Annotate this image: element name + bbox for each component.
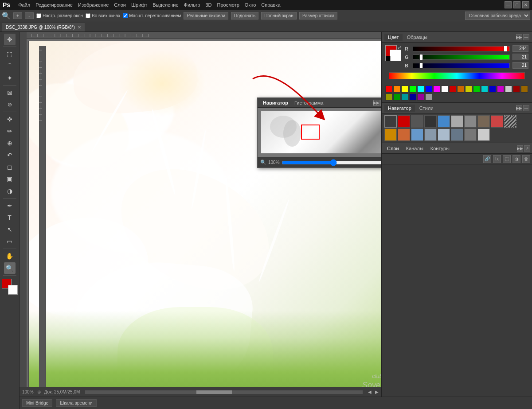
doc-info-icon[interactable]: ⊕ — [37, 390, 41, 394]
color-swatch[interactable] — [385, 93, 392, 101]
b-thumb[interactable] — [419, 62, 423, 69]
canvas[interactable]: club Sovet — [28, 41, 381, 387]
layer-delete-icon[interactable]: 🗑 — [522, 155, 530, 163]
style-mid-gray[interactable] — [464, 115, 477, 128]
menu-file[interactable]: Файл — [18, 2, 30, 8]
menu-font[interactable]: Шрифт — [131, 2, 147, 8]
fit-all-checkbox[interactable]: Во всех окнах — [86, 13, 120, 18]
shape-tool[interactable]: ▭ — [4, 236, 16, 247]
color-swatch[interactable] — [433, 86, 440, 93]
foreground-background-colors[interactable] — [2, 279, 18, 295]
color-swatch[interactable] — [425, 86, 432, 93]
color-swatch[interactable] — [401, 93, 408, 101]
layers-tab[interactable]: Слои — [383, 145, 403, 152]
layers-menu-icon[interactable]: ▶▶ — [517, 145, 523, 152]
background-color-preview[interactable] — [390, 50, 401, 61]
paths-tab[interactable]: Контуры — [427, 145, 453, 152]
close-button[interactable]: ✕ — [522, 1, 529, 8]
mini-bridge-tab[interactable]: Mini Bridge — [22, 399, 52, 407]
eyedropper-tool[interactable]: ⊘ — [4, 99, 16, 110]
layer-mask-icon[interactable]: ⬚ — [503, 155, 511, 163]
full-screen-button[interactable]: Полный экран — [261, 12, 297, 19]
style-gray2[interactable] — [464, 129, 477, 141]
color-swatch[interactable] — [409, 93, 416, 101]
color-spectrum[interactable] — [389, 72, 525, 79]
color-swatch[interactable] — [393, 86, 400, 93]
color-swatch[interactable] — [425, 93, 432, 101]
zoom-out-icon[interactable]: 🔍 — [260, 160, 266, 165]
color-tab[interactable]: Цвет — [384, 34, 403, 41]
color-swatch[interactable] — [465, 86, 472, 93]
canvas-scroll-area[interactable]: club Sovet Навигатор Гистограмма — [27, 39, 381, 387]
color-swatch[interactable] — [497, 86, 504, 93]
clone-tool[interactable]: ⊕ — [4, 137, 16, 149]
color-swatch[interactable] — [409, 86, 416, 93]
layers-expand-icon[interactable]: ↗ — [524, 145, 530, 152]
panel-close-btn[interactable]: — — [380, 100, 381, 106]
swatches-tab[interactable]: Образцы — [403, 34, 431, 41]
brush-tool[interactable]: ✏ — [4, 125, 16, 137]
style-brown[interactable] — [477, 115, 490, 128]
style-dark-blue[interactable] — [451, 129, 463, 141]
pen-tool[interactable]: ✒ — [4, 200, 16, 211]
maximize-button[interactable]: □ — [513, 1, 520, 8]
actual-pixels-button[interactable]: Реальные пиксели — [184, 12, 228, 19]
menu-select[interactable]: Выделение — [153, 2, 178, 8]
move-tool[interactable]: ✥ — [4, 34, 16, 45]
menu-bar[interactable]: Файл Редактирование Изображение Слои Шри… — [18, 2, 280, 8]
b-slider[interactable] — [413, 63, 510, 68]
fit-window-checkbox[interactable]: Настр. размер окон — [36, 13, 83, 18]
color-swatch[interactable] — [489, 86, 496, 93]
style-blue2[interactable] — [411, 129, 423, 141]
color-swatch[interactable] — [417, 93, 424, 101]
doc-tab-close[interactable]: ✕ — [78, 25, 81, 30]
marquee-tool[interactable]: ⬚ — [4, 48, 16, 60]
zoom-slider[interactable] — [282, 161, 381, 164]
scroll-right-btn[interactable]: ◀ — [368, 390, 372, 394]
layer-link-icon[interactable]: 🔗 — [483, 155, 491, 163]
dodge-tool[interactable]: ◑ — [4, 185, 16, 197]
g-thumb[interactable] — [419, 54, 423, 60]
panel-menu-icon[interactable]: ▶▶ — [516, 34, 522, 40]
layer-fx-icon[interactable]: fx — [493, 155, 501, 163]
style-light2[interactable] — [477, 129, 490, 141]
channels-tab[interactable]: Каналы — [403, 145, 427, 152]
style-none[interactable] — [384, 115, 397, 128]
scroll-left-btn[interactable]: ▶ — [375, 390, 379, 394]
style-steel[interactable] — [424, 129, 437, 141]
window-controls[interactable]: — □ ✕ — [505, 1, 529, 8]
background-color[interactable] — [8, 285, 18, 295]
color-swatch[interactable] — [385, 86, 392, 93]
lasso-tool[interactable]: ⌒ — [4, 60, 16, 72]
zoom-in-button[interactable]: + — [13, 12, 22, 19]
g-value-input[interactable] — [512, 54, 528, 60]
nav-menu-icon[interactable]: ▶▶ — [516, 105, 522, 111]
color-swatch[interactable] — [441, 86, 448, 93]
gradient-tool[interactable]: ▣ — [4, 173, 16, 185]
color-swatch[interactable] — [481, 86, 488, 93]
menu-window[interactable]: Окно — [245, 2, 256, 8]
styles-tab[interactable]: Стили — [416, 105, 437, 112]
g-slider[interactable] — [413, 55, 510, 60]
style-gray[interactable] — [411, 115, 423, 128]
style-orange[interactable] — [384, 129, 397, 141]
history-brush-tool[interactable]: ↶ — [4, 149, 16, 161]
color-swatch[interactable] — [393, 93, 400, 101]
type-tool[interactable]: T — [4, 212, 16, 223]
crop-tool[interactable]: ⊠ — [4, 87, 16, 98]
r-thumb[interactable] — [504, 46, 507, 52]
style-orange2[interactable] — [398, 129, 410, 141]
color-swatch[interactable] — [521, 86, 528, 93]
menu-layers[interactable]: Слои — [114, 2, 126, 8]
style-red2[interactable] — [491, 115, 503, 128]
horizontal-scrollbar[interactable] — [85, 390, 363, 394]
hand-tool[interactable]: ✋ — [4, 250, 16, 262]
nav-collapse-icon[interactable]: — — [523, 105, 529, 111]
menu-filter[interactable]: Фильтр — [184, 2, 200, 8]
zoom-out-button[interactable]: - — [25, 12, 34, 19]
print-size-button[interactable]: Размер оттиска — [299, 12, 337, 19]
b-value-input[interactable] — [512, 62, 528, 69]
workspace-select[interactable]: Основная рабочая среда — [465, 12, 530, 20]
style-light-blue[interactable] — [438, 129, 450, 141]
color-swatch[interactable] — [401, 86, 408, 93]
